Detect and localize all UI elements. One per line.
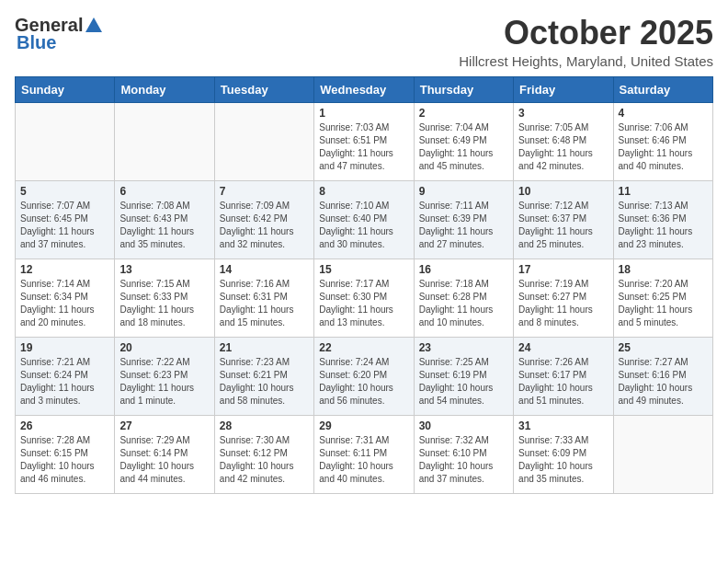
calendar-cell: 29Sunrise: 7:31 AM Sunset: 6:11 PM Dayli… bbox=[314, 415, 414, 493]
day-info: Sunrise: 7:16 AM Sunset: 6:31 PM Dayligh… bbox=[220, 278, 309, 329]
day-info: Sunrise: 7:15 AM Sunset: 6:33 PM Dayligh… bbox=[119, 278, 209, 329]
calendar-week-row: 26Sunrise: 7:28 AM Sunset: 6:15 PM Dayli… bbox=[16, 415, 713, 493]
calendar-cell: 7Sunrise: 7:09 AM Sunset: 6:42 PM Daylig… bbox=[214, 180, 313, 259]
day-info: Sunrise: 7:33 AM Sunset: 6:09 PM Dayligh… bbox=[518, 434, 608, 486]
calendar-cell: 21Sunrise: 7:23 AM Sunset: 6:21 PM Dayli… bbox=[214, 337, 313, 415]
day-number: 25 bbox=[619, 341, 708, 354]
day-number: 13 bbox=[119, 263, 209, 276]
calendar-cell: 19Sunrise: 7:21 AM Sunset: 6:24 PM Dayli… bbox=[16, 337, 115, 415]
day-info: Sunrise: 7:27 AM Sunset: 6:16 PM Dayligh… bbox=[619, 356, 708, 408]
calendar-cell: 26Sunrise: 7:28 AM Sunset: 6:15 PM Dayli… bbox=[16, 415, 115, 493]
calendar-cell bbox=[16, 102, 115, 180]
day-info: Sunrise: 7:18 AM Sunset: 6:28 PM Dayligh… bbox=[419, 278, 508, 329]
day-info: Sunrise: 7:17 AM Sunset: 6:30 PM Dayligh… bbox=[319, 278, 408, 329]
day-number: 31 bbox=[518, 419, 608, 432]
calendar-cell: 14Sunrise: 7:16 AM Sunset: 6:31 PM Dayli… bbox=[214, 259, 313, 337]
calendar-cell: 2Sunrise: 7:04 AM Sunset: 6:49 PM Daylig… bbox=[414, 102, 513, 180]
day-number: 12 bbox=[20, 263, 109, 276]
header-monday: Monday bbox=[115, 76, 214, 102]
day-number: 20 bbox=[119, 341, 209, 354]
svg-marker-0 bbox=[85, 17, 102, 32]
header-sunday: Sunday bbox=[16, 76, 115, 102]
calendar-cell: 13Sunrise: 7:15 AM Sunset: 6:33 PM Dayli… bbox=[115, 259, 214, 337]
day-info: Sunrise: 7:24 AM Sunset: 6:20 PM Dayligh… bbox=[319, 356, 408, 408]
day-number: 21 bbox=[220, 341, 309, 354]
calendar-week-row: 12Sunrise: 7:14 AM Sunset: 6:34 PM Dayli… bbox=[16, 259, 713, 337]
calendar-week-row: 1Sunrise: 7:03 AM Sunset: 6:51 PM Daylig… bbox=[16, 102, 713, 180]
calendar-cell: 4Sunrise: 7:06 AM Sunset: 6:46 PM Daylig… bbox=[613, 102, 712, 180]
calendar-cell: 24Sunrise: 7:26 AM Sunset: 6:17 PM Dayli… bbox=[514, 337, 613, 415]
calendar-cell: 15Sunrise: 7:17 AM Sunset: 6:30 PM Dayli… bbox=[314, 259, 414, 337]
day-number: 26 bbox=[20, 419, 109, 432]
day-info: Sunrise: 7:28 AM Sunset: 6:15 PM Dayligh… bbox=[20, 434, 109, 486]
calendar-cell bbox=[115, 102, 214, 180]
day-number: 5 bbox=[20, 185, 109, 198]
day-info: Sunrise: 7:29 AM Sunset: 6:14 PM Dayligh… bbox=[119, 434, 209, 486]
calendar-week-row: 5Sunrise: 7:07 AM Sunset: 6:45 PM Daylig… bbox=[16, 180, 713, 259]
calendar-cell: 28Sunrise: 7:30 AM Sunset: 6:12 PM Dayli… bbox=[214, 415, 313, 493]
day-number: 23 bbox=[419, 341, 508, 354]
header-friday: Friday bbox=[514, 76, 613, 102]
day-number: 11 bbox=[619, 185, 708, 198]
day-info: Sunrise: 7:20 AM Sunset: 6:25 PM Dayligh… bbox=[619, 278, 708, 329]
calendar-cell: 10Sunrise: 7:12 AM Sunset: 6:37 PM Dayli… bbox=[514, 180, 613, 259]
day-number: 6 bbox=[119, 185, 209, 198]
day-info: Sunrise: 7:09 AM Sunset: 6:42 PM Dayligh… bbox=[220, 200, 309, 251]
day-number: 22 bbox=[319, 341, 408, 354]
day-info: Sunrise: 7:23 AM Sunset: 6:21 PM Dayligh… bbox=[220, 356, 309, 408]
calendar-cell bbox=[214, 102, 313, 180]
calendar-table: SundayMondayTuesdayWednesdayThursdayFrid… bbox=[15, 76, 713, 494]
day-info: Sunrise: 7:13 AM Sunset: 6:36 PM Dayligh… bbox=[619, 200, 708, 251]
calendar-cell: 8Sunrise: 7:10 AM Sunset: 6:40 PM Daylig… bbox=[314, 180, 414, 259]
day-number: 7 bbox=[220, 185, 309, 198]
day-number: 4 bbox=[619, 107, 708, 120]
day-number: 14 bbox=[220, 263, 309, 276]
day-number: 17 bbox=[518, 263, 608, 276]
page-header: General Blue October 2025 Hillcrest Heig… bbox=[15, 15, 713, 69]
day-info: Sunrise: 7:07 AM Sunset: 6:45 PM Dayligh… bbox=[20, 200, 109, 251]
day-info: Sunrise: 7:06 AM Sunset: 6:46 PM Dayligh… bbox=[619, 121, 708, 173]
calendar-cell: 9Sunrise: 7:11 AM Sunset: 6:39 PM Daylig… bbox=[414, 180, 513, 259]
calendar-cell: 17Sunrise: 7:19 AM Sunset: 6:27 PM Dayli… bbox=[514, 259, 613, 337]
day-info: Sunrise: 7:25 AM Sunset: 6:19 PM Dayligh… bbox=[419, 356, 508, 408]
logo-blue: Blue bbox=[17, 32, 56, 53]
calendar-title: October 2025 bbox=[459, 15, 713, 52]
day-number: 28 bbox=[220, 419, 309, 432]
day-info: Sunrise: 7:14 AM Sunset: 6:34 PM Dayligh… bbox=[20, 278, 109, 329]
day-info: Sunrise: 7:03 AM Sunset: 6:51 PM Dayligh… bbox=[319, 121, 408, 173]
day-number: 19 bbox=[20, 341, 109, 354]
calendar-cell: 30Sunrise: 7:32 AM Sunset: 6:10 PM Dayli… bbox=[414, 415, 513, 493]
day-number: 2 bbox=[419, 107, 508, 120]
logo: General Blue bbox=[15, 15, 105, 53]
day-number: 1 bbox=[319, 107, 408, 120]
day-info: Sunrise: 7:08 AM Sunset: 6:43 PM Dayligh… bbox=[119, 200, 209, 251]
calendar-cell: 3Sunrise: 7:05 AM Sunset: 6:48 PM Daylig… bbox=[514, 102, 613, 180]
day-number: 16 bbox=[419, 263, 508, 276]
calendar-cell: 22Sunrise: 7:24 AM Sunset: 6:20 PM Dayli… bbox=[314, 337, 414, 415]
day-number: 27 bbox=[119, 419, 209, 432]
day-number: 15 bbox=[319, 263, 408, 276]
calendar-cell: 11Sunrise: 7:13 AM Sunset: 6:36 PM Dayli… bbox=[613, 180, 712, 259]
calendar-cell: 25Sunrise: 7:27 AM Sunset: 6:16 PM Dayli… bbox=[613, 337, 712, 415]
day-info: Sunrise: 7:05 AM Sunset: 6:48 PM Dayligh… bbox=[518, 121, 608, 173]
day-info: Sunrise: 7:31 AM Sunset: 6:11 PM Dayligh… bbox=[319, 434, 408, 486]
day-info: Sunrise: 7:19 AM Sunset: 6:27 PM Dayligh… bbox=[518, 278, 608, 329]
header-saturday: Saturday bbox=[613, 76, 712, 102]
calendar-cell: 20Sunrise: 7:22 AM Sunset: 6:23 PM Dayli… bbox=[115, 337, 214, 415]
logo-icon bbox=[84, 16, 104, 36]
day-info: Sunrise: 7:30 AM Sunset: 6:12 PM Dayligh… bbox=[220, 434, 309, 486]
calendar-cell: 6Sunrise: 7:08 AM Sunset: 6:43 PM Daylig… bbox=[115, 180, 214, 259]
day-info: Sunrise: 7:26 AM Sunset: 6:17 PM Dayligh… bbox=[518, 356, 608, 408]
calendar-header-row: SundayMondayTuesdayWednesdayThursdayFrid… bbox=[16, 76, 713, 102]
calendar-cell: 18Sunrise: 7:20 AM Sunset: 6:25 PM Dayli… bbox=[613, 259, 712, 337]
day-info: Sunrise: 7:10 AM Sunset: 6:40 PM Dayligh… bbox=[319, 200, 408, 251]
day-number: 10 bbox=[518, 185, 608, 198]
day-number: 9 bbox=[419, 185, 508, 198]
day-info: Sunrise: 7:22 AM Sunset: 6:23 PM Dayligh… bbox=[119, 356, 209, 408]
header-tuesday: Tuesday bbox=[214, 76, 313, 102]
day-number: 29 bbox=[319, 419, 408, 432]
calendar-cell: 31Sunrise: 7:33 AM Sunset: 6:09 PM Dayli… bbox=[514, 415, 613, 493]
title-area: October 2025 Hillcrest Heights, Maryland… bbox=[459, 15, 713, 69]
day-info: Sunrise: 7:11 AM Sunset: 6:39 PM Dayligh… bbox=[419, 200, 508, 251]
calendar-cell: 27Sunrise: 7:29 AM Sunset: 6:14 PM Dayli… bbox=[115, 415, 214, 493]
